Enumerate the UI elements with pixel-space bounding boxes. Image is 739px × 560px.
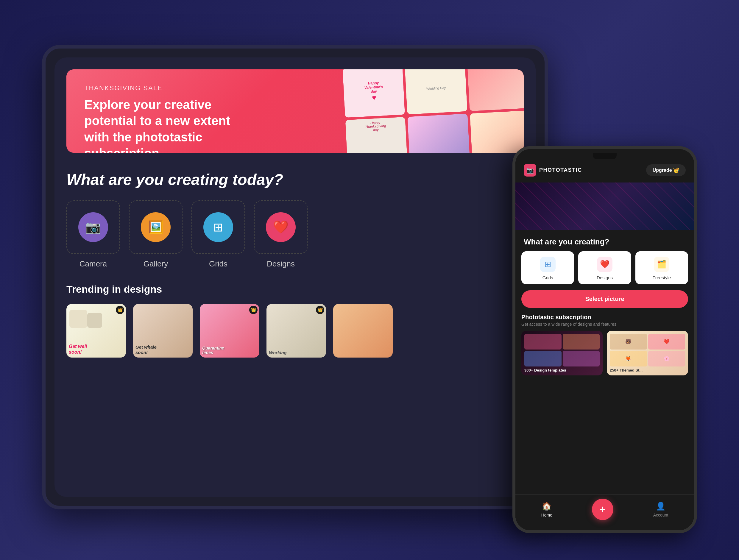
gallery-label: Gallery xyxy=(144,259,168,269)
phone-card-grids[interactable]: ⊞ Grids xyxy=(522,251,574,284)
creation-item-gallery[interactable]: 🖼️ Gallery xyxy=(129,200,182,269)
upgrade-label: Upgrade 👑 xyxy=(653,167,679,173)
trending-card-2[interactable]: Get whalesoon! xyxy=(133,304,193,358)
phone-freestyle-icon: 🗂️ xyxy=(654,257,669,272)
home-label: Home xyxy=(541,513,552,518)
phone-card-designs[interactable]: ❤️ Designs xyxy=(578,251,631,284)
phone-notch xyxy=(593,153,617,159)
scene: THANKSGIVING SALE Explore your creative … xyxy=(42,27,697,533)
collage-item-3: 👑 xyxy=(467,69,524,111)
phone-sub-card-1-label: 300+ Design templates xyxy=(524,368,566,373)
camera-label: Camera xyxy=(80,259,107,269)
camera-icon: 📷 xyxy=(78,212,108,242)
creation-item-grids[interactable]: ⊞ Grids xyxy=(191,200,245,269)
nav-account[interactable]: 👤 Account xyxy=(653,502,669,518)
grids-label: Grids xyxy=(209,259,228,269)
designs-icon: ❤️ xyxy=(266,212,296,242)
phone-logo: 📷 PHOTOTASTIC xyxy=(524,164,582,176)
app-icon: 📷 xyxy=(524,164,536,176)
creation-item-camera[interactable]: 📷 Camera xyxy=(66,200,120,269)
banner: THANKSGIVING SALE Explore your creative … xyxy=(66,69,524,153)
crown-icon-4: 👑 xyxy=(316,306,324,314)
crown-icon-3: 👑 xyxy=(249,306,258,314)
phone-grids-icon: ⊞ xyxy=(540,257,556,272)
banner-collage: HappyValentine'sday ♥ Wedding Day 👑 xyxy=(343,69,524,153)
phone-subscription-section: Phototastic subscription Get access to a… xyxy=(515,314,694,376)
phone-sub-card-2-label: 250+ Themed St... xyxy=(610,368,642,373)
collage-item-6 xyxy=(470,110,524,152)
phone-sub-cards: 300+ Design templates 🐻 ❤️ 🦊 🌸 250+ Them… xyxy=(522,331,688,376)
phone-grids-label: Grids xyxy=(543,275,553,280)
phone-designs-label: Designs xyxy=(597,275,613,280)
designs-icon-box: ❤️ xyxy=(254,200,308,254)
phone-sub-card-1[interactable]: 300+ Design templates xyxy=(522,331,603,376)
phone-creation-row: ⊞ Grids ❤️ Designs 🗂️ Freestyle xyxy=(515,251,694,284)
phone-freestyle-label: Freestyle xyxy=(652,275,671,280)
designs-label: Designs xyxy=(267,259,295,269)
phone: 📷 PHOTOTASTIC Upgrade 👑 What are you cre… xyxy=(512,146,697,533)
trending-grid: 👑 Get wellsoon! Get whalesoon! 👑 xyxy=(66,304,524,358)
tablet-screen: THANKSGIVING SALE Explore your creative … xyxy=(54,57,536,497)
creation-grid: 📷 Camera 🖼️ Gallery ⊞ Grids xyxy=(66,200,524,269)
account-icon: 👤 xyxy=(656,502,666,511)
phone-creating-title: What are you creating? xyxy=(515,230,694,251)
section-title: What are you creating today? xyxy=(66,171,524,188)
phone-hero xyxy=(515,182,694,230)
upgrade-button[interactable]: Upgrade 👑 xyxy=(646,164,686,176)
tablet: THANKSGIVING SALE Explore your creative … xyxy=(42,45,548,510)
banner-title: Explore your creative potential to a new… xyxy=(84,97,245,153)
fab-icon: + xyxy=(600,503,606,516)
trending-card-5[interactable] xyxy=(333,304,393,358)
app-name: PHOTOTASTIC xyxy=(539,167,582,173)
crown-icon-1: 👑 xyxy=(116,306,124,314)
collage-item-4: HappyThanksgivingday xyxy=(345,117,408,152)
home-icon: 🏠 xyxy=(542,502,552,511)
phone-card-freestyle[interactable]: 🗂️ Freestyle xyxy=(635,251,688,284)
phone-sub-desc: Get access to a wide range of designs an… xyxy=(522,322,688,326)
creation-item-designs[interactable]: ❤️ Designs xyxy=(254,200,308,269)
phone-bottom-nav: 🏠 Home + 👤 Account xyxy=(515,495,694,530)
phone-screen: 📷 PHOTOTASTIC Upgrade 👑 What are you cre… xyxy=(515,149,694,530)
collage-item-1: HappyValentine'sday ♥ xyxy=(343,69,405,118)
collage-item-2: Wedding Day xyxy=(405,69,467,114)
phone-designs-icon: ❤️ xyxy=(597,257,612,272)
grids-icon-box: ⊞ xyxy=(191,200,245,254)
account-label: Account xyxy=(653,513,669,518)
collage-item-5 xyxy=(408,113,470,152)
grids-icon: ⊞ xyxy=(203,212,233,242)
trending-title: Trending in designs xyxy=(66,283,524,295)
trending-card-4[interactable]: 👑 Working xyxy=(267,304,326,358)
camera-icon-box: 📷 xyxy=(66,200,120,254)
gallery-icon: 🖼️ xyxy=(141,212,171,242)
gallery-icon-box: 🖼️ xyxy=(129,200,182,254)
select-picture-button[interactable]: Select picture xyxy=(522,290,688,308)
phone-sub-title: Phototastic subscription xyxy=(522,314,688,321)
trending-card-3[interactable]: 👑 Quarantinetimes xyxy=(200,304,259,358)
phone-sub-card-2[interactable]: 🐻 ❤️ 🦊 🌸 250+ Themed St... xyxy=(607,331,688,376)
nav-home[interactable]: 🏠 Home xyxy=(541,502,552,518)
trending-card-1[interactable]: 👑 Get wellsoon! xyxy=(66,304,126,358)
fab-button[interactable]: + xyxy=(592,499,613,520)
